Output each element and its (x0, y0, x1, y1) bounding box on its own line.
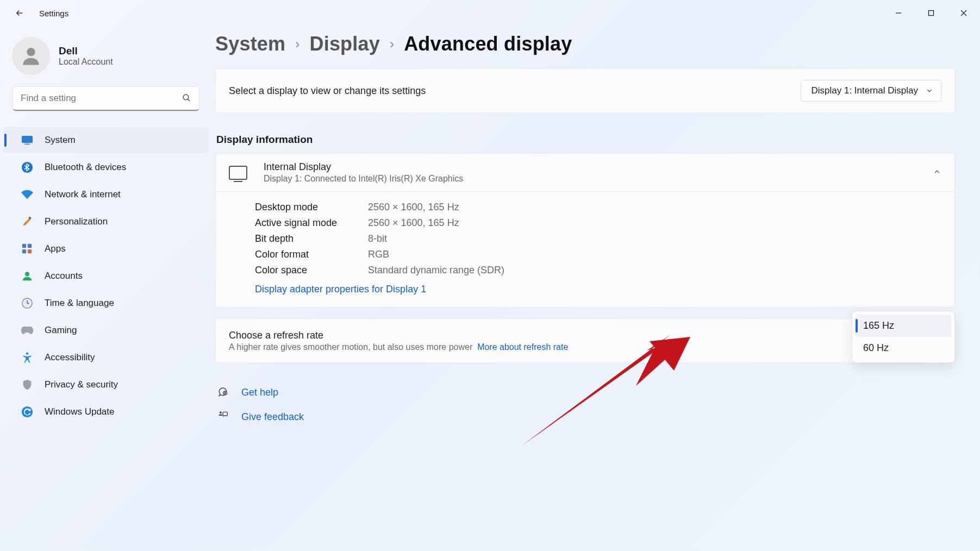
monitor-icon (229, 166, 247, 180)
nav-item-apps[interactable]: Apps (3, 236, 209, 262)
row-active-signal-mode-key: Active signal mode (255, 217, 358, 229)
maximize-icon (928, 10, 934, 16)
refresh-rate-card: Choose a refresh rate A higher rate give… (215, 318, 955, 363)
apps-icon (21, 242, 34, 255)
close-button[interactable] (947, 2, 980, 24)
row-color-format-key: Color format (255, 249, 358, 260)
display-select-label: Select a display to view or change its s… (229, 85, 426, 97)
display-info-header[interactable]: Internal Display Display 1: Connected to… (216, 154, 954, 192)
chevron-down-icon (926, 87, 933, 95)
refresh-rate-popup: 165 Hz 60 Hz (852, 311, 955, 363)
nav-item-bluetooth[interactable]: Bluetooth & devices (3, 154, 209, 180)
nav-item-label: Bluetooth & devices (45, 162, 126, 173)
svg-point-23 (220, 411, 222, 414)
nav-item-label: Privacy & security (45, 379, 118, 390)
display-info-card: Internal Display Display 1: Connected to… (215, 153, 955, 308)
nav-item-windows-update[interactable]: Windows Update (3, 399, 209, 425)
display-info-body: Desktop mode 2560 × 1600, 165 Hz Active … (216, 192, 954, 307)
nav-item-label: Windows Update (45, 406, 115, 417)
window-controls (882, 2, 980, 24)
wifi-icon (21, 188, 34, 201)
nav-item-gaming[interactable]: Gaming (3, 317, 209, 343)
svg-rect-7 (22, 136, 33, 143)
chevron-up-icon (933, 167, 941, 178)
svg-point-15 (25, 272, 29, 276)
maximize-button[interactable] (915, 2, 947, 24)
nav-item-time-language[interactable]: Time & language (3, 290, 209, 316)
search-input[interactable] (13, 87, 199, 111)
display-adapter-line: Display 1: Connected to Intel(R) Iris(R)… (264, 174, 463, 184)
user-subtitle: Local Account (59, 57, 113, 67)
give-feedback-label: Give feedback (241, 411, 304, 423)
back-button[interactable] (10, 3, 29, 23)
nav-item-system[interactable]: System (3, 127, 209, 153)
refresh-rate-more-link[interactable]: More about refresh rate (477, 342, 568, 352)
clock-icon (21, 297, 34, 310)
row-active-signal-mode-value: 2560 × 1600, 165 Hz (368, 217, 941, 229)
display-select-value: Display 1: Internal Display (811, 85, 918, 96)
nav-item-label: Accounts (45, 271, 83, 281)
row-color-space-key: Color space (255, 265, 358, 276)
row-desktop-mode-key: Desktop mode (255, 202, 358, 213)
adapter-properties-link[interactable]: Display adapter properties for Display 1 (255, 284, 941, 295)
person-icon (19, 44, 43, 68)
svg-rect-24 (223, 412, 227, 416)
search-icon (182, 93, 191, 105)
svg-rect-8 (24, 144, 30, 145)
minimize-icon (895, 10, 902, 16)
minimize-button[interactable] (882, 2, 915, 24)
svg-rect-12 (28, 244, 32, 248)
nav-item-network[interactable]: Network & internet (3, 181, 209, 208)
nav-item-personalization[interactable]: Personalization (3, 209, 209, 235)
chevron-right-icon: › (295, 36, 299, 52)
svg-point-20 (22, 406, 33, 417)
accessibility-icon (21, 351, 34, 364)
chevron-right-icon: › (390, 36, 394, 52)
row-desktop-mode-value: 2560 × 1600, 165 Hz (368, 202, 941, 213)
get-help-link[interactable]: ? Get help (215, 383, 955, 407)
refresh-rate-option-60hz[interactable]: 60 Hz (856, 337, 951, 359)
user-tile[interactable]: Dell Local Account (12, 34, 200, 87)
back-arrow-icon (15, 8, 24, 18)
shield-icon (21, 378, 34, 391)
nav: System Bluetooth & devices Network & int… (0, 127, 212, 425)
row-bit-depth-key: Bit depth (255, 233, 358, 245)
refresh-rate-title: Choose a refresh rate (229, 330, 568, 341)
nav-item-label: Accessibility (45, 352, 95, 363)
titlebar: Settings (0, 0, 980, 26)
nav-item-privacy[interactable]: Privacy & security (3, 372, 209, 398)
display-select-dropdown[interactable]: Display 1: Internal Display (801, 80, 941, 102)
svg-point-19 (26, 352, 28, 354)
svg-rect-14 (28, 249, 32, 253)
user-name: Dell (59, 45, 113, 57)
bluetooth-icon (21, 161, 34, 174)
svg-rect-13 (22, 249, 26, 253)
brush-icon (21, 215, 34, 228)
breadcrumb-system[interactable]: System (215, 33, 285, 55)
help-icon: ? (217, 386, 229, 399)
search-field[interactable] (13, 87, 199, 111)
update-icon (21, 405, 34, 418)
row-color-format-value: RGB (368, 249, 941, 260)
breadcrumb-display[interactable]: Display (309, 33, 379, 55)
footer-links: ? Get help Give feedback (215, 383, 955, 431)
nav-item-accessibility[interactable]: Accessibility (3, 345, 209, 371)
accounts-icon (21, 270, 34, 283)
refresh-rate-subtitle: A higher rate gives smoother motion, but… (229, 342, 568, 352)
nav-item-accounts[interactable]: Accounts (3, 263, 209, 289)
svg-rect-11 (22, 244, 26, 248)
app-title: Settings (39, 9, 68, 18)
refresh-rate-option-165hz[interactable]: 165 Hz (856, 315, 951, 337)
svg-point-5 (183, 95, 189, 100)
svg-line-6 (188, 99, 190, 101)
row-bit-depth-value: 8-bit (368, 233, 941, 245)
gamepad-icon (21, 324, 34, 337)
svg-rect-1 (929, 11, 934, 16)
give-feedback-link[interactable]: Give feedback (215, 407, 955, 431)
nav-item-label: Apps (45, 243, 66, 254)
nav-item-label: Personalization (45, 216, 108, 227)
display-name: Internal Display (264, 161, 463, 173)
feedback-icon (217, 410, 229, 424)
section-display-information: Display information (216, 134, 955, 146)
svg-point-4 (27, 48, 35, 56)
